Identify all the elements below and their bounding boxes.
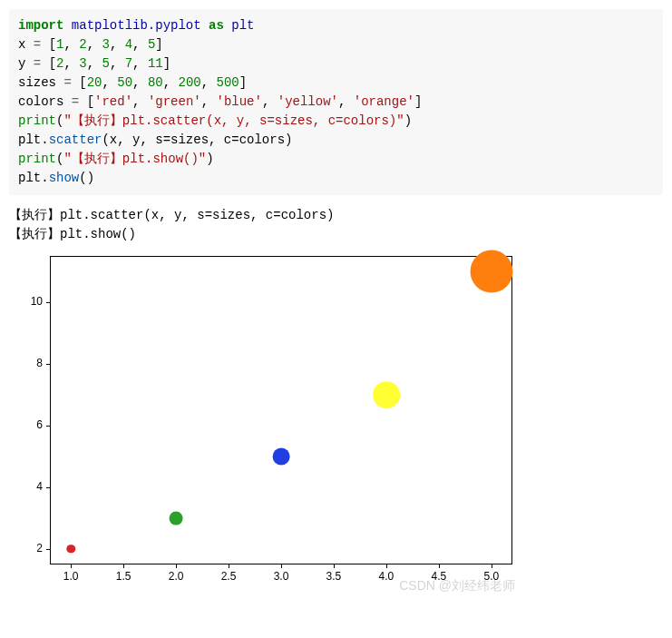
xtick-mark bbox=[386, 564, 387, 568]
xtick-mark bbox=[492, 564, 492, 568]
str-arg1: "【执行】plt.scatter(x, y, s=sizes, c=colors… bbox=[63, 113, 404, 128]
ytick-mark bbox=[46, 302, 50, 303]
ytick-mark bbox=[46, 487, 50, 488]
eq: = bbox=[34, 37, 41, 52]
ytick-mark bbox=[46, 426, 50, 427]
args-scatter: (x, y, s=sizes, c=colors) bbox=[102, 133, 292, 147]
ytick-label: 10 bbox=[15, 295, 43, 308]
ytick-label: 4 bbox=[15, 480, 43, 493]
plot-area bbox=[50, 256, 512, 564]
fn-print: print bbox=[18, 113, 56, 128]
xtick-mark bbox=[176, 564, 177, 568]
meth-show: show bbox=[49, 171, 80, 185]
xtick-label: 5.0 bbox=[478, 570, 505, 583]
xtick-label: 4.5 bbox=[425, 570, 453, 583]
var-sizes: sizes bbox=[18, 75, 56, 90]
ytick-mark bbox=[46, 549, 50, 550]
ytick-label: 8 bbox=[15, 357, 43, 369]
xtick-mark bbox=[281, 564, 282, 568]
kw-as: as bbox=[209, 18, 224, 33]
mod-plt: plt bbox=[231, 18, 254, 33]
xtick-label: 1.0 bbox=[57, 570, 84, 583]
ytick-label: 2 bbox=[15, 542, 43, 555]
obj-plt: plt bbox=[18, 133, 41, 147]
xtick-label: 2.0 bbox=[162, 570, 190, 583]
code-cell: import matplotlib.pyplot as plt x = [1, … bbox=[9, 9, 663, 195]
xtick-label: 3.0 bbox=[268, 570, 295, 583]
fn-print2: print bbox=[18, 152, 56, 166]
var-colors: colors bbox=[18, 94, 63, 109]
scatter-point bbox=[470, 250, 512, 293]
xtick-mark bbox=[123, 564, 124, 568]
xtick-mark bbox=[439, 564, 440, 568]
out-line1: 【执行】plt.scatter(x, y, s=sizes, c=colors) bbox=[9, 208, 334, 222]
xtick-mark bbox=[71, 564, 72, 568]
var-y: y bbox=[18, 56, 25, 71]
scatter-point bbox=[273, 448, 290, 466]
xtick-label: 4.0 bbox=[373, 570, 400, 583]
xtick-label: 2.5 bbox=[215, 570, 242, 583]
ytick-label: 6 bbox=[15, 418, 43, 431]
out-line2: 【执行】plt.show() bbox=[9, 227, 136, 241]
scatter-point bbox=[373, 381, 400, 408]
obj-plt2: plt bbox=[18, 171, 41, 185]
xtick-mark bbox=[229, 564, 229, 568]
ytick-mark bbox=[46, 364, 50, 365]
xtick-label: 3.5 bbox=[320, 570, 347, 583]
kw-import: import bbox=[18, 18, 63, 33]
scatter-point bbox=[170, 512, 183, 525]
stdout: 【执行】plt.scatter(x, y, s=sizes, c=colors)… bbox=[9, 206, 663, 244]
xtick-label: 1.5 bbox=[110, 570, 137, 583]
str-arg2: "【执行】plt.show()" bbox=[63, 152, 206, 166]
args-show: () bbox=[79, 171, 94, 185]
mod-mpl: matplotlib.pyplot bbox=[72, 18, 201, 33]
xtick-mark bbox=[334, 564, 335, 568]
meth-scatter: scatter bbox=[49, 133, 102, 147]
scatter-chart: CSDN @刘经纬老师 2468101.01.52.02.53.03.54.04… bbox=[9, 251, 517, 596]
var-x: x bbox=[18, 37, 25, 52]
